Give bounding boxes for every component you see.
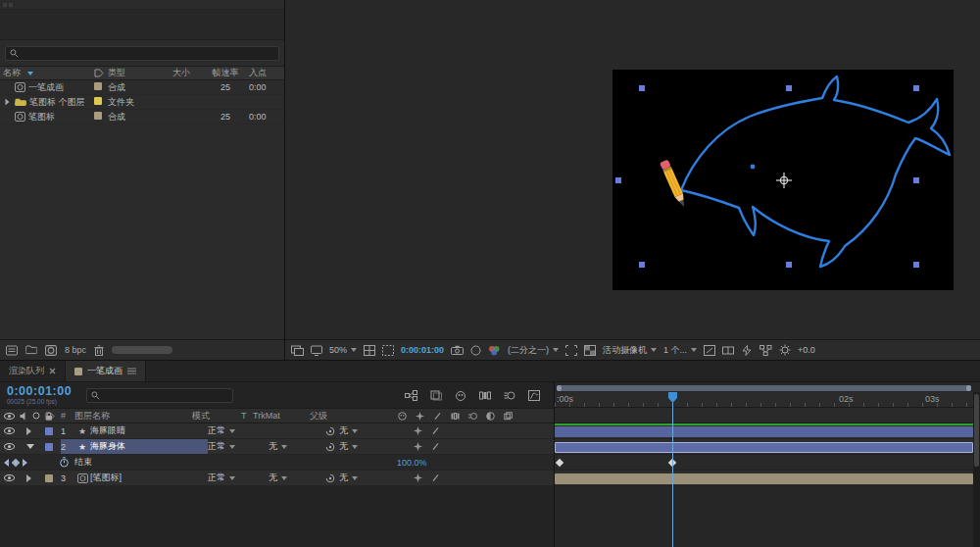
project-search-input[interactable]: [5, 46, 279, 61]
parent-select[interactable]: 无: [339, 424, 358, 437]
column-in[interactable]: 入点: [249, 67, 281, 79]
column-mode[interactable]: 模式: [192, 410, 241, 423]
pickwhip-icon[interactable]: [325, 442, 335, 452]
expand-arrow-icon[interactable]: [6, 99, 10, 105]
collapse-switch-icon[interactable]: [416, 412, 424, 421]
property-value[interactable]: 100.0%: [397, 455, 427, 470]
interpret-footage-icon[interactable]: [6, 345, 18, 356]
delete-icon[interactable]: [94, 345, 104, 356]
navigator-end-handle[interactable]: [966, 385, 971, 391]
monitor-icon[interactable]: [311, 345, 322, 356]
fast-previews-icon[interactable]: [741, 345, 753, 356]
eye-toggle[interactable]: [4, 443, 15, 450]
column-size[interactable]: 大小: [172, 67, 202, 79]
collapse-switch-icon[interactable]: [414, 473, 422, 482]
goto-time-icon[interactable]: [704, 345, 715, 356]
pickwhip-icon[interactable]: [325, 473, 335, 483]
add-keyframe-icon[interactable]: [12, 458, 20, 466]
collapse-switch-icon[interactable]: [414, 426, 422, 435]
label-color[interactable]: [94, 112, 102, 120]
mode-select[interactable]: 正常: [208, 424, 235, 437]
transparency-grid-icon[interactable]: [584, 345, 596, 356]
layer-row-selected[interactable]: 2 ★ 海豚身体 正常 无 无: [0, 439, 554, 455]
label-color[interactable]: [94, 82, 102, 90]
channels-icon[interactable]: [488, 345, 501, 356]
tab-composition[interactable]: 一笔成画: [65, 361, 146, 381]
layer-duration-bar[interactable]: [555, 426, 973, 437]
column-parent[interactable]: 父级: [294, 410, 388, 423]
tag-icon[interactable]: [45, 412, 55, 421]
quality-switch-icon[interactable]: [431, 426, 440, 435]
solo-column-icon[interactable]: [32, 412, 40, 420]
composition-mini-flowchart-icon[interactable]: [405, 390, 417, 401]
viewer-timecode[interactable]: 0:00:01:00: [401, 345, 444, 355]
shy-switch-icon[interactable]: [398, 412, 407, 421]
exposure-value[interactable]: +0.0: [798, 345, 815, 355]
panel-menu-icon[interactable]: [127, 368, 136, 374]
column-label[interactable]: [94, 69, 108, 77]
parent-select[interactable]: 无: [339, 440, 358, 453]
view-menu-icon[interactable]: [291, 345, 304, 356]
timeline-search-input[interactable]: [86, 388, 233, 403]
column-type[interactable]: 类型: [108, 67, 172, 79]
audio-column-icon[interactable]: [20, 412, 27, 421]
grid-guides-icon[interactable]: [364, 345, 375, 356]
magnification-select[interactable]: 50%: [329, 345, 357, 355]
mask-visibility-icon[interactable]: [382, 345, 394, 356]
eye-toggle[interactable]: [4, 474, 15, 481]
layer-name[interactable]: 海豚眼睛: [90, 423, 208, 438]
layer-name[interactable]: 海豚身体: [90, 439, 208, 454]
layer-duration-bar[interactable]: [555, 473, 973, 484]
panel-grip[interactable]: [0, 0, 284, 10]
frame-blending-icon[interactable]: [479, 390, 491, 401]
project-item-row[interactable]: 笔图标 合成 25 0:00: [0, 110, 284, 124]
snapshot-camera-icon[interactable]: [451, 345, 464, 355]
layer-label-color[interactable]: [45, 474, 53, 482]
show-snapshot-icon[interactable]: [470, 345, 481, 356]
property-row[interactable]: 结束 100.0%: [0, 455, 554, 471]
timeline-track-area[interactable]: :00s 02s 03s: [554, 382, 980, 547]
project-item-row[interactable]: 一笔成画 合成 25 0:00: [0, 80, 284, 95]
column-layer-name[interactable]: 图层名称: [74, 410, 192, 423]
frame-blend-switch-icon[interactable]: [451, 412, 460, 421]
navigator-start-handle[interactable]: [557, 385, 562, 391]
time-ruler[interactable]: :00s 02s 03s: [555, 392, 973, 408]
collapse-arrow-icon[interactable]: [26, 444, 34, 449]
scrollbar-thumb[interactable]: [974, 394, 979, 467]
time-navigator[interactable]: [557, 385, 971, 391]
mode-select[interactable]: 正常: [208, 440, 235, 453]
column-t[interactable]: T: [241, 411, 253, 421]
column-number[interactable]: #: [61, 411, 74, 421]
column-fps[interactable]: 帧速率: [202, 67, 249, 79]
hide-shy-icon[interactable]: [455, 390, 466, 401]
layer-row[interactable]: 1 ★ 海豚眼睛 正常 无: [0, 423, 554, 439]
mode-select[interactable]: 正常: [208, 472, 235, 484]
stopwatch-icon[interactable]: [59, 457, 70, 468]
composition-flowchart-icon[interactable]: [760, 345, 772, 356]
eye-toggle[interactable]: [4, 427, 15, 434]
layer-label-color[interactable]: [45, 427, 53, 435]
prev-keyframe-icon[interactable]: [4, 459, 9, 467]
layer-row[interactable]: 3 [笔图标] 正常 无 无: [0, 471, 554, 486]
pickwhip-icon[interactable]: [325, 426, 335, 436]
quality-switch-icon[interactable]: [431, 473, 440, 482]
adjustment-switch-icon[interactable]: [486, 412, 495, 421]
layer-duration-bar-selected[interactable]: [555, 442, 973, 453]
next-keyframe-icon[interactable]: [23, 459, 27, 467]
project-item-row[interactable]: 笔图标 个图层 文件夹: [0, 95, 284, 110]
motion-blur-switch-icon[interactable]: [468, 412, 477, 421]
layer-name[interactable]: [笔图标]: [90, 471, 208, 485]
column-name[interactable]: 名称: [0, 67, 94, 79]
draft-3d-icon[interactable]: [430, 390, 442, 401]
new-folder-icon[interactable]: [25, 345, 37, 355]
pixel-aspect-icon[interactable]: [722, 345, 734, 356]
label-color[interactable]: [94, 97, 102, 105]
property-name[interactable]: 结束: [74, 456, 92, 469]
current-time-display[interactable]: 0:00:01:00: [7, 385, 86, 399]
eye-column-icon[interactable]: [4, 413, 15, 420]
trkmat-select[interactable]: 无: [269, 472, 287, 484]
project-bpc-button[interactable]: 8 bpc: [65, 345, 86, 355]
tab-render-queue[interactable]: 渲染队列: [0, 361, 65, 381]
region-of-interest-icon[interactable]: [565, 345, 577, 356]
trkmat-select[interactable]: 无: [269, 440, 287, 453]
